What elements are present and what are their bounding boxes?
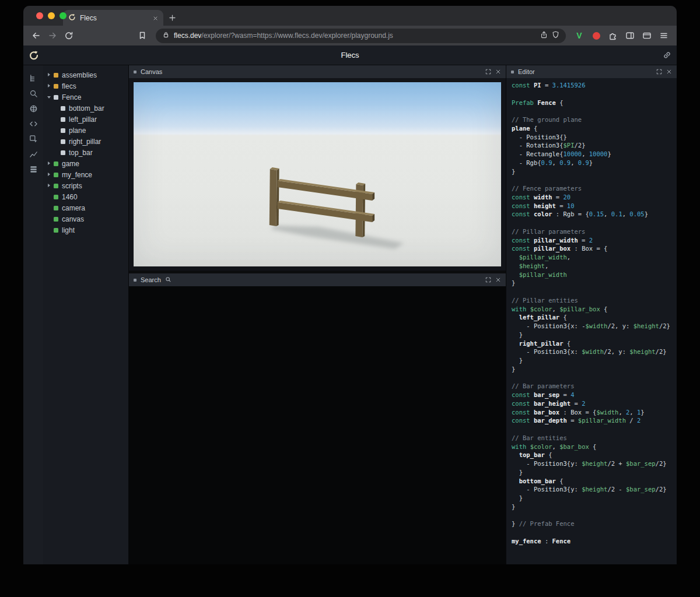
code-line: const color : Rgb = {0.15, 0.1, 0.05} [512,210,677,219]
close-icon[interactable] [495,277,501,283]
search-icon[interactable] [26,86,41,101]
forward-button[interactable] [45,28,60,43]
window-controls [36,12,66,19]
tree-item-Fence[interactable]: Fence [43,92,128,103]
code-line: $pillar_width [512,271,677,279]
browser-window: Flecs flecs.dev/explorer/?wasm=https:/ [23,6,677,564]
extensions-puzzle-icon[interactable] [606,28,621,43]
bookmark-icon[interactable] [135,28,150,43]
tree-item-1460[interactable]: 1460 [43,191,128,202]
code-line: } [512,279,677,287]
tree-open-chevron-icon[interactable] [47,94,53,100]
entity-square-icon [54,161,58,166]
editor-panel-title: Editor [518,68,535,75]
tree-item-top_bar[interactable]: top_bar [43,147,128,158]
code-icon[interactable] [26,116,41,131]
record-extension-icon[interactable] [589,28,604,43]
tree-indent-spacer [54,117,60,122]
canvas-panel-header: Canvas [129,65,506,78]
prefab-square-icon [61,150,65,155]
reload-button[interactable] [61,28,76,43]
chart-icon[interactable] [26,146,41,161]
brave-shield-icon[interactable] [552,30,559,41]
flecs-explorer-app: Flecs assembliesflecsFencebottom_barleft… [23,45,677,564]
canvas-panel-title: Canvas [141,68,162,75]
tree-item-canvas[interactable]: canvas [43,213,128,224]
url-text: flecs.dev/explorer/?wasm=https://www.fle… [174,31,536,40]
tree-item-assemblies[interactable]: assemblies [43,69,128,80]
share-icon[interactable] [540,30,548,41]
code-editor[interactable]: const PI = 3.1415926 Prefab Fence { // T… [506,78,677,564]
app-header: Flecs [23,45,677,65]
tree-item-camera[interactable]: camera [43,202,128,213]
url-path: /explorer/?wasm=https://www.flecs.dev/ex… [201,31,393,40]
tree-item-scripts[interactable]: scripts [43,180,128,191]
tree-closed-chevron-icon[interactable] [47,72,53,78]
expand-icon[interactable] [485,277,491,283]
code-line [512,107,677,115]
tree-indent-spacer [47,194,53,199]
tree-item-label: Fence [62,93,81,101]
close-icon[interactable] [495,69,501,75]
wallet-icon[interactable] [639,28,654,43]
code-line: - Rectangle{10000, 10000} [512,150,677,159]
code-line: } [512,503,677,511]
tree-item-plane[interactable]: plane [43,125,128,136]
code-line: } [512,494,677,503]
tree-icon[interactable] [26,71,41,86]
code-line: // The ground plane [512,115,677,124]
code-line: const height = 10 [512,202,677,210]
vimium-extension-icon[interactable]: V [572,28,587,43]
tree-item-right_pillar[interactable]: right_pillar [43,136,128,147]
tree-closed-chevron-icon[interactable] [47,161,53,166]
entity-square-icon [54,217,58,222]
globe-icon[interactable] [26,101,41,116]
tree-item-flecs[interactable]: flecs [43,80,128,92]
tree-item-left_pillar[interactable]: left_pillar [43,114,128,125]
tree-item-bottom_bar[interactable]: bottom_bar [43,103,128,114]
code-line: // Pillar entities [512,296,677,305]
tree-item-light[interactable]: light [43,224,128,236]
close-window-button[interactable] [36,12,43,19]
tree-item-label: right_pillar [69,138,101,146]
sidebar-panel-icon[interactable] [622,28,638,43]
new-tab-button[interactable] [163,10,181,26]
expand-icon[interactable] [485,69,491,75]
panel-dot-icon [134,71,136,73]
address-bar[interactable]: flecs.dev/explorer/?wasm=https://www.fle… [156,29,566,43]
code-line: } [512,365,677,374]
tree-closed-chevron-icon[interactable] [47,83,53,89]
code-line: } [512,356,677,365]
search-panel-header: Search [129,273,506,286]
back-button[interactable] [29,28,44,43]
code-line: const bar_depth = $pillar_width / 2 [512,416,677,425]
tree-item-my_fence[interactable]: my_fence [43,169,128,180]
code-line [512,175,677,184]
tree-closed-chevron-icon[interactable] [47,172,53,177]
rows-icon[interactable] [26,161,41,177]
tree-item-label: assemblies [62,71,97,79]
code-line: - Position3{} [512,133,677,142]
menu-icon[interactable] [656,28,671,43]
code-line: left_pillar { [512,313,677,322]
code-line: const bar_height = 2 [512,399,677,408]
tab-close-icon[interactable] [153,13,158,23]
3d-viewport[interactable] [134,82,501,266]
inspect-icon[interactable] [26,131,41,146]
browser-toolbar: flecs.dev/explorer/?wasm=https://www.fle… [23,26,677,45]
code-line: with $color, $pillar_box { [512,305,677,314]
tree-item-label: my_fence [62,171,92,179]
code-line: my_fence : Fence [512,537,677,546]
browser-tab[interactable]: Flecs [63,10,163,26]
tree-closed-chevron-icon[interactable] [47,183,53,188]
code-line: top_bar { [512,451,677,459]
minimize-window-button[interactable] [48,12,55,19]
code-line: Prefab Fence { [512,99,677,107]
editor-panel-header: Editor [506,65,677,78]
share-link-icon[interactable] [663,51,671,59]
close-icon[interactable] [666,69,672,75]
tree-item-game[interactable]: game [43,158,128,169]
code-line [512,374,677,382]
expand-icon[interactable] [656,69,662,75]
zoom-window-button[interactable] [60,12,66,19]
